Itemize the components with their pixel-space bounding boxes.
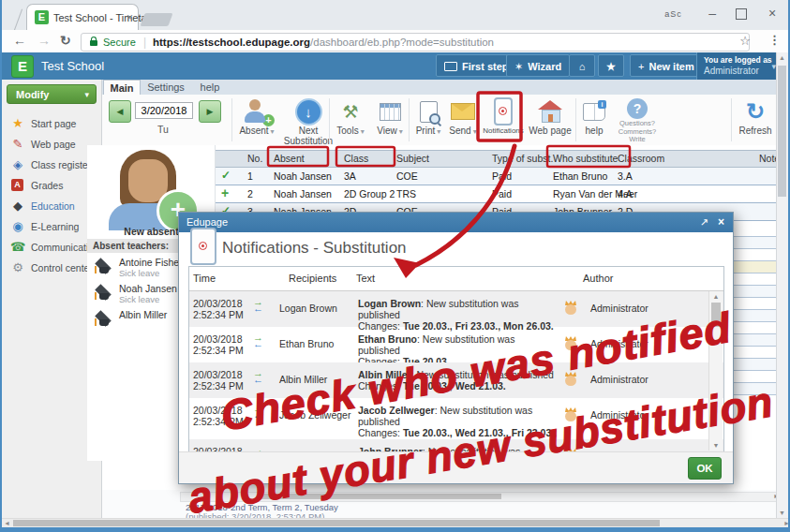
column-header-no-[interactable]: No. [247,153,262,164]
modify-button[interactable]: Modify▾ [7,84,97,104]
forward-icon[interactable]: → [37,33,51,48]
scroll-thumb[interactable] [778,66,786,197]
column-header-recipients[interactable]: Recipients [289,273,336,284]
send-button[interactable]: Send▾ [445,97,481,144]
sidebar-item-start-page[interactable]: ★ Start page [2,113,102,134]
column-header-note[interactable]: Note [759,153,778,164]
star-icon: ★ [10,113,25,134]
column-header-text[interactable]: Text [356,273,375,284]
questions-button[interactable]: ? Questions?Comments? Writeus. [611,97,663,144]
minimize-button[interactable]: – [701,6,723,21]
substitution-row[interactable]: + 2 Noah Jansen 2D Group 2 TRS Paid Ryan… [216,185,781,203]
graduation-cap-icon [92,312,116,328]
notification-row[interactable]: 20/03/2018 2:52:34 PM →← Jacob Zellweger… [189,398,723,439]
refresh-button[interactable]: ↻ Refresh [733,97,778,144]
down-arrow-icon: ↓ [295,98,322,126]
refresh-icon: ↻ [746,100,765,123]
wizard-button[interactable]: ✶Wizard [506,54,570,77]
tab-close-icon[interactable]: × [127,11,133,24]
browser-menu-icon[interactable]: ⋮ [768,33,781,47]
substitution-table-header: No.AbsentClassSubjectType of subst.Who s… [216,150,781,168]
notifications-phone-icon [190,228,216,265]
communication-icon: ☎ [10,237,25,258]
new-tab-button[interactable] [140,13,172,26]
browser-tab[interactable]: E Test School - Timetable × [26,4,139,31]
scroll-right-icon[interactable]: ► [783,520,790,526]
column-header-author[interactable]: Author [583,273,613,284]
scroll-left-icon[interactable]: ◄ [4,520,10,526]
column-header-classroom[interactable]: Classroom [618,153,664,164]
help-toolbar-button[interactable]: i help [577,97,611,144]
graduation-cap-icon [92,259,116,275]
notification-row[interactable]: 20/03/2018 2:52:34 PM →← Logan Brown Log… [189,291,723,327]
scroll-thumb[interactable] [261,494,501,499]
web-page-button[interactable]: Web page [526,97,574,144]
print-button[interactable]: Print▾ [410,97,446,144]
date-input[interactable] [135,102,193,119]
address-bar[interactable]: Secure | https://testschool.edupage.org/… [81,33,750,52]
reload-icon[interactable]: ↻ [60,33,71,48]
window-frame [2,527,790,532]
ok-button[interactable]: OK [688,457,722,480]
wizard-icon: ✶ [514,61,523,72]
content-horizontal-scrollbar[interactable]: ► [180,492,782,502]
absent-button[interactable]: + Absent▾ [233,97,280,144]
column-header-subject[interactable]: Subject [396,153,429,164]
notification-row[interactable]: 20/03/2018 2:52:34 PM →← Albin Miller Al… [189,362,723,398]
notifications-button[interactable]: Notifications [479,97,528,144]
column-header-class[interactable]: Class [344,153,368,164]
new-item-button[interactable]: +New item [630,54,703,77]
previous-day-button[interactable]: ◀ [109,100,131,123]
bookmark-star-icon[interactable]: ☆ [739,34,751,48]
question-icon: ? [627,98,648,119]
scroll-up-icon[interactable]: ▲ [777,54,787,61]
maximize-button[interactable] [736,8,747,20]
scroll-thumb[interactable] [13,520,660,526]
home-button[interactable]: ⌂ [569,54,595,77]
elearning-icon: ◉ [10,216,25,237]
back-icon[interactable]: ← [13,33,26,48]
dialog-scrollbar[interactable]: ▲ ▼ [708,291,723,451]
substitution-row[interactable]: ✓ 1 Noah Jansen 3A COE Paid Ethan Bruno … [216,168,781,185]
column-header-who-substitute[interactable]: Who substitute [553,153,618,164]
tab-main[interactable]: Main [103,80,141,96]
tools-button[interactable]: ⚒ Tools▾ [331,97,370,144]
graduation-cap-icon [92,286,116,302]
next-substitution-button[interactable]: ↓ NextSubstitution [282,97,335,144]
notification-row[interactable]: 20/03/2018 2:52:34 PM →← Ethan Bruno Eth… [189,327,723,362]
dialog-heading: Notifications - Substitution [222,239,407,258]
tab-settings[interactable]: Settings [144,80,187,95]
dialog-close-icon[interactable]: × [718,213,724,232]
scroll-up-icon[interactable]: ▲ [709,293,723,300]
column-header-time[interactable]: Time [193,273,216,284]
caret-down-icon: ▾ [399,127,403,136]
notifications-table: TimeRecipientsTextAuthor 20/03/2018 2:52… [188,266,724,452]
browser-toolbar: ← → ↻ Secure | https://testschool.edupag… [2,30,788,53]
plus-icon: + [262,114,275,126]
page-tab-bar: Main Settings help [102,80,783,96]
scroll-thumb[interactable] [711,303,721,327]
column-header-absent[interactable]: Absent [274,153,305,164]
scroll-down-icon[interactable]: ▼ [709,442,723,449]
caret-down-icon: ▾ [84,85,89,105]
close-window-button[interactable]: × [762,6,783,21]
star-icon: ★ [606,61,616,72]
next-day-button[interactable]: ▶ [199,100,221,123]
dialog-resize-icon[interactable]: ↗ [700,213,708,232]
tab-help[interactable]: help [193,80,227,95]
notification-row[interactable]: 20/03/2018 2:52:34 PM →← John Brunner Jo… [189,439,723,452]
scroll-down-icon[interactable]: ▼ [777,510,787,516]
vertical-scrollbar[interactable]: ▲ ▼ [776,52,788,518]
logged-in-dropdown[interactable]: You are logged as Administrator ▾ [696,52,780,80]
view-button[interactable]: View▾ [370,97,410,144]
favorites-button[interactable]: ★ [598,54,624,77]
plus-icon: + [638,61,644,72]
column-header-type-of-subst-[interactable]: Type of subst. [492,153,553,164]
transfer-arrows-icon: →← [253,370,263,383]
tools-icon: ⚒ [342,101,358,123]
notifications-phone-icon [494,97,513,126]
education-icon: ◆ [10,196,25,216]
edupage-favicon-icon: E [35,10,49,24]
dialog-title-bar[interactable]: Edupage ↗ × [179,213,733,232]
substitution-table: No.AbsentClassSubjectType of subst.Who s… [216,150,781,221]
